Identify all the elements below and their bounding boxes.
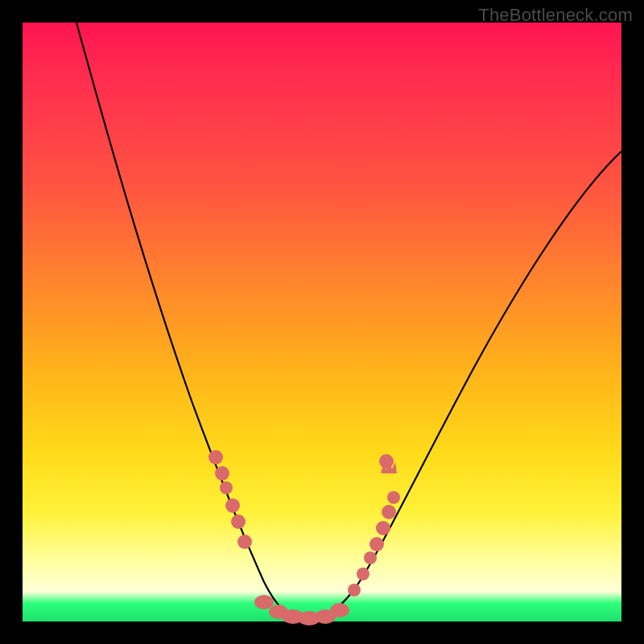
marker-dot	[357, 568, 369, 580]
marker-dot	[387, 491, 400, 504]
marker-dot	[369, 537, 384, 551]
marker-dot	[330, 603, 349, 617]
marker-dot	[379, 454, 394, 469]
marker-dot	[208, 450, 223, 464]
plot-area	[23, 23, 621, 621]
marker-dot	[348, 584, 361, 597]
marker-dot	[237, 535, 252, 549]
marker-dot	[231, 514, 246, 529]
marker-dot	[376, 521, 390, 535]
marker-dot	[225, 498, 240, 513]
chart-frame: TheBottleneck.com	[0, 0, 644, 644]
marker-dot	[215, 466, 229, 481]
marker-dot	[364, 551, 377, 564]
bottleneck-curve	[76, 23, 621, 620]
curve-svg	[23, 23, 621, 621]
watermark-text: TheBottleneck.com	[478, 5, 633, 26]
marker-dot	[220, 481, 233, 494]
marker-dot	[254, 595, 274, 609]
marker-dot	[382, 505, 396, 519]
